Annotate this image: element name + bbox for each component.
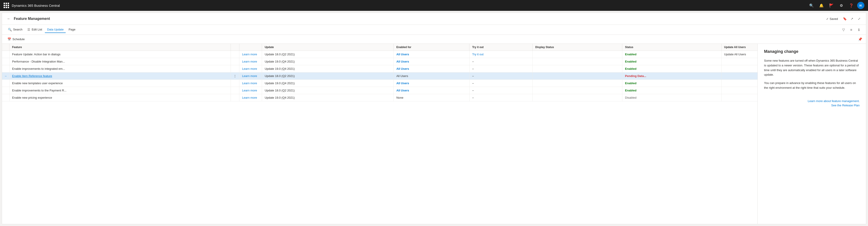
- table-row[interactable]: Enable improvements to integrated em...L…: [2, 65, 757, 72]
- panel-text-1: Some new features are turned off when Dy…: [764, 59, 860, 77]
- table-area: Feature Update Enabled for Try it out Di…: [2, 44, 757, 224]
- enabled-for: All Users: [394, 65, 469, 72]
- learn-more-link[interactable]: Learn more: [239, 51, 262, 58]
- search-toolbar-btn[interactable]: 🔍 Search: [6, 27, 25, 33]
- avatar[interactable]: IK: [857, 2, 864, 9]
- row-indicator: [2, 87, 9, 94]
- schedule-button[interactable]: 📅 Schedule: [6, 37, 26, 42]
- row-indicator: [2, 80, 9, 87]
- table-row[interactable]: Enable new templates user experienceLear…: [2, 80, 757, 87]
- context-menu[interactable]: ⋮: [230, 72, 239, 80]
- feature-name: Enable Item Reference feature: [9, 72, 230, 80]
- schedule-icon: 📅: [7, 37, 11, 41]
- try-it-out[interactable]: Try it out: [469, 51, 532, 58]
- enabled-for: All Users: [394, 51, 469, 58]
- feature-table: Feature Update Enabled for Try it out Di…: [2, 44, 757, 101]
- row-indicator: [2, 94, 9, 101]
- pin-panel-icon[interactable]: 📌: [858, 37, 862, 41]
- feature-name: Enable improvements to the Payment R...: [9, 87, 230, 94]
- context-menu: [230, 94, 239, 101]
- update-all-users: [721, 87, 757, 94]
- help-icon[interactable]: ❓: [847, 1, 855, 9]
- top-nav: Dynamics 365 Business Central 🔍 🔔 🚩 ⚙ ❓ …: [0, 0, 868, 11]
- learn-more-link[interactable]: Learn more: [239, 87, 262, 94]
- enabled-for: All Users: [394, 87, 469, 94]
- update-all-users: [721, 58, 757, 65]
- search-btn-label: Search: [13, 28, 22, 31]
- search-nav-icon[interactable]: 🔍: [807, 1, 815, 9]
- row-indicator: [2, 65, 9, 72]
- release-plan-link[interactable]: See the Release Plan: [764, 104, 860, 107]
- try-it-out: –: [469, 94, 532, 101]
- learn-more-link[interactable]: Learn more: [239, 58, 262, 65]
- col-learn-more: [239, 44, 262, 51]
- update-version: Update 19.0 (Q4 2021): [262, 65, 394, 72]
- update-version: Update 19.0 (Q4 2021): [262, 58, 394, 65]
- update-all-users: [721, 72, 757, 80]
- edit-list-label: Edit List: [32, 28, 42, 31]
- col-indicator: [2, 44, 9, 51]
- app-grid-icon[interactable]: [4, 3, 9, 8]
- try-it-out: –: [469, 65, 532, 72]
- row-indicator: →: [2, 72, 9, 80]
- panel-links-area: Learn more about feature management. See…: [764, 99, 860, 107]
- feature-name: Enable improvements to integrated em...: [9, 65, 230, 72]
- display-status: [532, 72, 622, 80]
- table-row[interactable]: Enable new pricing experienceLearn moreU…: [2, 94, 757, 101]
- filter-icon[interactable]: ▽: [840, 27, 847, 33]
- page-btn[interactable]: Page: [66, 27, 78, 33]
- learn-more-link[interactable]: Learn more: [239, 72, 262, 80]
- flag-icon[interactable]: 🚩: [827, 1, 835, 9]
- edit-list-icon: ☰: [27, 28, 30, 31]
- col-display-status[interactable]: Display Status: [532, 44, 622, 51]
- col-try-it-out[interactable]: Try it out: [469, 44, 532, 51]
- learn-more-link[interactable]: Learn more about feature management.: [764, 99, 860, 103]
- feature-name: Performance - Disable Integration Man...: [9, 58, 230, 65]
- learn-more-link[interactable]: Learn more: [239, 80, 262, 87]
- col-status[interactable]: Status: [622, 44, 721, 51]
- top-nav-icons: 🔍 🔔 🚩 ⚙ ❓ IK: [807, 1, 864, 9]
- learn-more-link[interactable]: Learn more: [239, 94, 262, 101]
- share-icon[interactable]: ↗: [849, 15, 855, 22]
- bookmark-icon[interactable]: 🔖: [842, 15, 848, 22]
- feature-name: Feature Update: Action bar in dialogs: [9, 51, 230, 58]
- back-button[interactable]: ←: [6, 15, 12, 22]
- list-view-icon[interactable]: ≡: [848, 27, 855, 33]
- row-arrow-icon: →: [4, 75, 7, 78]
- status: Enabled: [622, 65, 721, 72]
- page-title: Feature Management: [14, 17, 826, 21]
- toolbar: 🔍 Search ☰ Edit List Data Update Page ▽ …: [2, 25, 866, 35]
- context-menu: [230, 80, 239, 87]
- col-update-col[interactable]: Update All Users: [721, 44, 757, 51]
- feature-name: Enable new templates user experience: [9, 80, 230, 87]
- bell-icon[interactable]: 🔔: [817, 1, 826, 9]
- col-update[interactable]: Update: [262, 44, 394, 51]
- data-update-btn[interactable]: Data Update: [45, 27, 66, 33]
- panel-text-2: You can prepare in advance by enabling t…: [764, 81, 860, 90]
- context-menu: [230, 58, 239, 65]
- table-row[interactable]: Performance - Disable Integration Man...…: [2, 58, 757, 65]
- try-it-out: –: [469, 80, 532, 87]
- panel-title: Managing change: [764, 49, 860, 54]
- edit-list-btn[interactable]: ☰ Edit List: [25, 27, 44, 33]
- learn-more-link[interactable]: Learn more: [239, 65, 262, 72]
- try-it-out: –: [469, 87, 532, 94]
- table-row[interactable]: Feature Update: Action bar in dialogsLea…: [2, 51, 757, 58]
- data-update-label: Data Update: [47, 28, 64, 31]
- info-icon[interactable]: ℹ: [856, 27, 862, 33]
- table-row[interactable]: Enable improvements to the Payment R...L…: [2, 87, 757, 94]
- header-actions: 🔖 ↗ ⤢: [842, 15, 862, 22]
- toolbar-right: ▽ ≡ ℹ: [840, 27, 862, 33]
- col-enabled-for[interactable]: Enabled for: [394, 44, 469, 51]
- status: Disabled: [622, 94, 721, 101]
- page-btn-label: Page: [68, 28, 75, 31]
- page-header: ← Feature Management ✓ Saved 🔖 ↗ ⤢: [2, 13, 866, 25]
- saved-indicator: ✓ Saved: [826, 17, 838, 21]
- display-status: [532, 65, 622, 72]
- table-row[interactable]: →Enable Item Reference feature⋮Learn mor…: [2, 72, 757, 80]
- row-indicator: [2, 58, 9, 65]
- col-feature[interactable]: Feature: [9, 44, 230, 51]
- gear-icon[interactable]: ⚙: [837, 1, 845, 9]
- update-all-users: [721, 94, 757, 101]
- expand-icon[interactable]: ⤢: [856, 15, 862, 22]
